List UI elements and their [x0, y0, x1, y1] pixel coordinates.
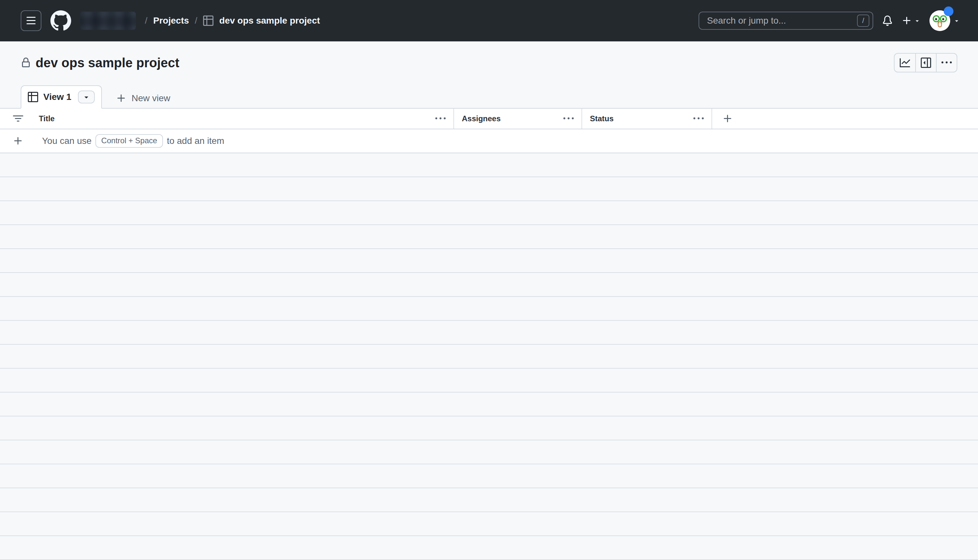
username-blurred[interactable] [80, 12, 136, 30]
view-options-button[interactable] [78, 90, 95, 103]
hint-prefix: You can use [42, 136, 92, 146]
avatar[interactable] [930, 10, 950, 31]
filter-rows-control[interactable] [0, 108, 36, 129]
table-header-filler [743, 108, 978, 129]
add-item-button[interactable] [0, 136, 36, 146]
slash-shortcut-key: / [857, 15, 870, 27]
triangle-down-icon [953, 17, 960, 24]
lock-icon [21, 58, 31, 68]
column-label: Status [590, 114, 693, 123]
table-icon [28, 92, 38, 102]
global-search[interactable]: / [699, 12, 873, 30]
triangle-down-icon [82, 93, 90, 101]
new-view-button[interactable]: New view [116, 93, 170, 103]
github-logo[interactable] [50, 10, 71, 31]
project-title-group: dev ops sample project [21, 53, 180, 72]
insights-button[interactable] [895, 54, 915, 72]
column-menu-button[interactable] [563, 113, 574, 124]
plus-icon [902, 15, 912, 26]
create-new-button[interactable] [902, 15, 920, 26]
keyboard-shortcut-badge: Control + Space [95, 134, 163, 148]
column-menu-button[interactable] [435, 113, 446, 124]
table-header-row: Title Assignees Status [0, 108, 978, 129]
blur-block [80, 12, 136, 30]
tab-view-1[interactable]: View 1 [21, 85, 102, 108]
breadcrumb-separator: / [145, 15, 147, 26]
column-label: Title [39, 114, 435, 123]
triangle-down-icon [914, 17, 920, 24]
view-tabs-bar: View 1 New view [0, 85, 978, 108]
plus-icon [13, 136, 23, 146]
kebab-horizontal-icon [435, 113, 446, 124]
project-toolbar [894, 53, 957, 72]
add-column-button[interactable] [712, 108, 743, 129]
bell-icon [882, 15, 893, 26]
empty-table-rows [0, 153, 978, 560]
search-input[interactable] [707, 15, 852, 26]
sidebar-expand-icon [921, 58, 931, 68]
user-menu[interactable] [930, 10, 960, 31]
column-header-status[interactable]: Status [582, 108, 712, 129]
kebab-horizontal-icon [941, 58, 952, 68]
column-label: Assignees [462, 114, 563, 123]
breadcrumb-project-name[interactable]: dev ops sample project [219, 15, 320, 26]
project-header: dev ops sample project [0, 42, 978, 72]
breadcrumb: / Projects / dev ops sample project [145, 15, 320, 26]
three-bars-icon [26, 15, 36, 26]
add-item-row[interactable]: You can use Control + Space to add an it… [0, 129, 978, 153]
notifications-button[interactable] [882, 15, 893, 26]
hamburger-menu-button[interactable] [21, 10, 42, 31]
global-header: / Projects / dev ops sample project / [0, 0, 978, 42]
filter-icon [13, 113, 23, 124]
page-title: dev ops sample project [35, 53, 180, 72]
column-header-assignees[interactable]: Assignees [454, 108, 582, 129]
breadcrumb-projects-link[interactable]: Projects [153, 15, 189, 26]
new-view-label: New view [132, 93, 170, 103]
column-menu-button[interactable] [693, 113, 704, 124]
kebab-horizontal-icon [693, 113, 704, 124]
open-side-panel-button[interactable] [915, 54, 936, 72]
breadcrumb-separator: / [195, 15, 197, 26]
column-header-title[interactable]: Title [36, 108, 454, 129]
project-menu-button[interactable] [936, 54, 957, 72]
notification-dot [944, 7, 953, 16]
plus-icon [116, 93, 127, 103]
kebab-horizontal-icon [563, 113, 574, 124]
graph-icon [900, 58, 910, 68]
github-project-page: / Projects / dev ops sample project / [0, 0, 978, 560]
hint-suffix: to add an item [167, 136, 224, 146]
table-icon [203, 15, 214, 26]
add-item-hint: You can use Control + Space to add an it… [36, 134, 224, 148]
plus-icon [723, 113, 733, 124]
view-tab-label: View 1 [43, 92, 72, 102]
